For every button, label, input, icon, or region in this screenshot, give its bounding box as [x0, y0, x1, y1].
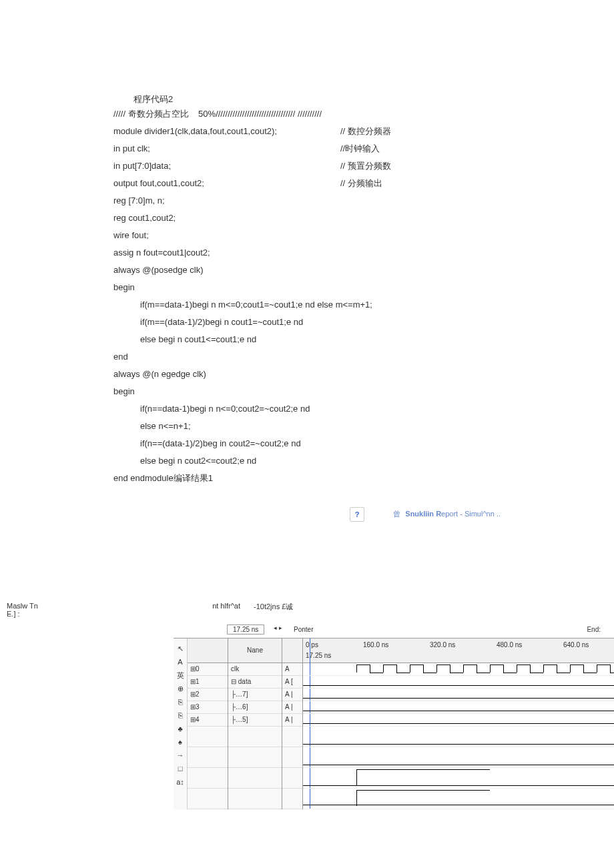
tool-button[interactable]: → — [174, 749, 186, 761]
signal-name-column: Nane clk⊟ data├…7]├…6]├…5] — [228, 638, 282, 809]
sim-header-mid: nt hlfr^at — [67, 602, 254, 618]
wave-row — [303, 714, 614, 727]
waveform-column[interactable]: 17.25 ns 0 ps160.0 ns320.0 ns480.0 ns640… — [303, 638, 614, 809]
tool-button[interactable]: A — [174, 656, 186, 668]
wave-row — [303, 676, 614, 689]
code-line: begin — [113, 383, 501, 400]
pointer-label: Ponter — [294, 626, 313, 633]
pointer-value[interactable]: 17.25 ns — [227, 624, 264, 634]
signal-index[interactable]: ⊞1 — [188, 676, 228, 689]
wave-row — [303, 689, 614, 701]
tool-button[interactable]: ⊕ — [174, 683, 186, 695]
wave-row — [303, 768, 614, 789]
wave-row — [303, 789, 614, 809]
pointer-stepper[interactable]: ◂ ▸ — [274, 624, 282, 631]
time-tick: 160.0 ns — [363, 641, 388, 648]
tool-button[interactable]: 英 — [174, 669, 186, 681]
signal-index[interactable]: ⊞4 — [188, 714, 228, 727]
code-line: else n<=n+1; — [113, 418, 501, 435]
signal-name[interactable]: clk — [228, 663, 282, 676]
tool-button[interactable]: a↕ — [174, 776, 186, 788]
signal-name[interactable]: ├…7] — [228, 689, 282, 701]
code-line: if(m==data-1)begi n m<=0;cout1=~cout1;e … — [113, 296, 501, 314]
signal-index[interactable]: ⊞3 — [188, 701, 228, 714]
wave-row — [303, 727, 614, 747]
signal-value-column: AA [A |A |A | — [282, 638, 303, 809]
time-tick: 480.0 ns — [497, 641, 522, 648]
signal-index[interactable]: ⊞0 — [188, 663, 228, 676]
time-tick: 320.0 ns — [430, 641, 455, 648]
signal-index-column: ⊞0⊞1⊞2⊞3⊞4 — [188, 638, 228, 809]
tool-button[interactable]: ♠ — [174, 736, 186, 748]
pointer-row: 17.25 ns ◂ ▸ Ponter End: — [174, 623, 614, 638]
code-block: ///// 奇数分频占空比 50%///////////////////////… — [113, 105, 501, 487]
signal-index[interactable]: ⊞2 — [188, 689, 228, 701]
wave-row — [303, 747, 614, 768]
signal-value: A | — [282, 701, 302, 714]
signal-name[interactable]: ├…5] — [228, 714, 282, 727]
signal-value: A | — [282, 689, 302, 701]
code-line: in put clk;//时钟输入 — [113, 140, 501, 157]
report-link[interactable]: Snukliin Report - Simul^nn .. — [405, 510, 501, 518]
wave-row — [303, 701, 614, 714]
tool-button[interactable]: ↖ — [174, 642, 186, 655]
waveform-container: ↖A英⊕⎘⎘♣♠→□a↕ ⊞0⊞1⊞2⊞3⊞4 Nane clk⊟ data├…… — [174, 638, 614, 809]
sim-header-left: Maslw Tn E.] : — [0, 602, 67, 618]
signal-value: A — [282, 663, 302, 676]
code-line: begin — [113, 279, 501, 296]
tool-button[interactable]: ♣ — [174, 723, 186, 735]
code-line: else begi n cout1<=cout1;e nd — [113, 331, 501, 348]
time-ruler: 17.25 ns 0 ps160.0 ns320.0 ns480.0 ns640… — [303, 638, 614, 663]
signal-name[interactable]: ⊟ data — [228, 676, 282, 689]
tool-button[interactable]: ⎘ — [174, 709, 186, 721]
sim-header-right: -10t2jns £诚 — [254, 602, 614, 618]
code-line: if(m==(data-1)/2)begi n cout1=~cout1;e n… — [113, 314, 501, 331]
code-title: 程序代码2 — [113, 93, 501, 105]
code-line: reg [7:0]m, n; — [113, 192, 501, 209]
simulation-area: Maslw Tn E.] : nt hlfr^at -10t2jns £诚 17… — [0, 602, 614, 809]
time-tick: 0 ps — [306, 641, 318, 648]
time-tick: 640.0 ns — [563, 641, 589, 648]
code-line: if(n==data-1)begi n n<=0;cout2=~cout2;e … — [113, 400, 501, 418]
code-line: output fout,cout1,cout2;// 分频输出 — [113, 175, 501, 192]
window-icon: 曾 — [393, 509, 400, 519]
code-line: end endmodule编译结果1 — [113, 470, 501, 487]
signal-name[interactable]: ├…6] — [228, 701, 282, 714]
report-link-row: ? 曾 Snukliin Report - Simul^nn .. — [113, 507, 501, 522]
tool-column: ↖A英⊕⎘⎘♣♠→□a↕ — [174, 638, 188, 809]
code-line: assig n fout=cout1|cout2; — [113, 244, 501, 262]
code-line: end — [113, 348, 501, 366]
signal-value: A | — [282, 714, 302, 727]
code-line: reg cout1,cout2; — [113, 209, 501, 227]
signal-value: A [ — [282, 676, 302, 689]
code-line: always @(n egedge clk) — [113, 366, 501, 383]
code-line: if(n==(data-1)/2)beg in cout2=~cout2;e n… — [113, 435, 501, 452]
tool-button[interactable]: □ — [174, 763, 186, 775]
end-label: End: — [587, 626, 601, 633]
code-line: always @(posedge clk) — [113, 262, 501, 279]
code-line: wire fout; — [113, 227, 501, 244]
help-icon[interactable]: ? — [350, 507, 364, 522]
code-line: ///// 奇数分频占空比 50%///////////////////////… — [113, 105, 501, 123]
code-line: module divider1(clk,data,fout,cout1,cout… — [113, 123, 501, 140]
code-line: in put[7:0]data;// 预置分频数 — [113, 157, 501, 175]
wave-row — [303, 663, 614, 676]
code-line: else begi n cout2<=cout2;e nd — [113, 452, 501, 470]
tool-button[interactable]: ⎘ — [174, 696, 186, 708]
